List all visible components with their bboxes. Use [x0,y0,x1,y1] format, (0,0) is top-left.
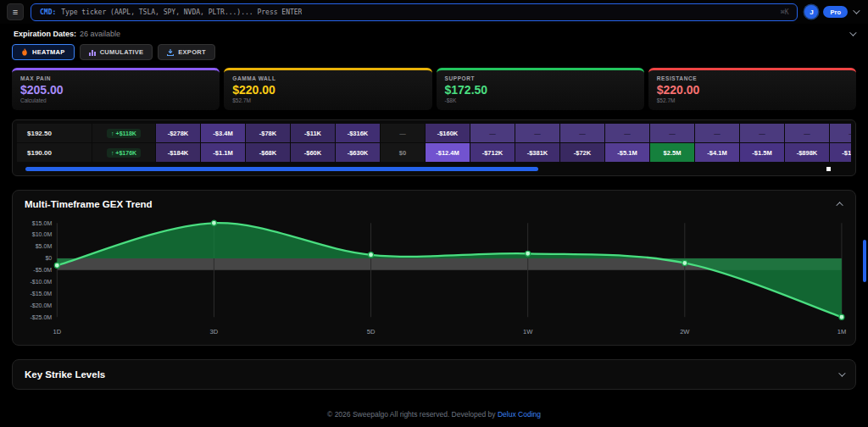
gex-cell[interactable]: — [470,124,515,142]
keyboard-shortcut-hint: ⌘K [781,8,789,16]
svg-text:-$20.0M: -$20.0M [30,302,52,309]
topbar: ≡ CMD: Type ticker (AAPL, TSLA, SPY, NVD… [0,0,868,24]
footer-copyright: © 2026 Sweepalgo All rights reserved. De… [327,410,498,419]
stat-card-max-pain: MAX PAIN$205.00Calculated [12,68,220,110]
tab-cumulative[interactable]: CUMULATIVE [80,44,153,60]
gex-cell[interactable]: -$630K [336,143,380,162]
svg-text:1W: 1W [523,328,533,336]
svg-text:$10.0M: $10.0M [32,231,53,238]
heatmap-row: $190.00↑ +$176K-$184K-$1.1M-$68K-$60K-$6… [17,143,851,162]
stat-value: $205.00 [20,83,211,97]
gex-trend-header[interactable]: Multi-Timeframe GEX Trend [13,191,855,214]
svg-text:2W: 2W [680,328,690,336]
command-prefix: CMD: [40,8,56,16]
avatar[interactable]: J [804,5,818,19]
strike-price: $190.00 [17,143,92,162]
gex-cell[interactable]: -$898K [785,143,829,162]
gex-cell[interactable]: -$3.4M [201,124,245,142]
svg-text:-$10.0M: -$10.0M [30,279,52,286]
gex-cell[interactable]: -$1.1M [201,143,245,162]
user-menu[interactable]: J Pro [804,5,861,19]
menu-button[interactable]: ≡ [7,3,24,20]
gex-cell[interactable]: -$60K [291,143,335,162]
gex-cell[interactable]: — [785,124,829,142]
footer-link[interactable]: Delux Coding [498,410,541,419]
gex-cell[interactable]: — [830,124,851,142]
chevron-down-icon[interactable] [849,29,856,36]
expiration-dates-text: Expiration Dates:26 available [14,30,120,38]
chevron-down-icon[interactable] [838,369,845,376]
expiration-label: Expiration Dates: [14,30,76,38]
expiration-count: 26 available [80,30,120,38]
stat-cards: MAX PAIN$205.00CalculatedGAMMA WALL$220.… [0,68,868,110]
gex-cell[interactable]: -$712K [470,143,515,162]
stat-value: $172.50 [445,83,636,97]
gex-heatmap: $192.50↑ +$118K-$278K-$3.4M-$78K-$11K-$3… [12,119,856,176]
tab-label: CUMULATIVE [100,48,144,56]
gex-cell[interactable]: -$72K [560,143,604,162]
gex-cell[interactable]: — [515,124,559,142]
gex-cell[interactable]: -$12.4M [426,143,470,162]
gex-trend-title: Multi-Timeframe GEX Trend [25,199,153,209]
gex-cell[interactable]: -$5.1M [605,143,649,162]
gex-cell[interactable]: -$184K [156,143,200,162]
svg-text:$0: $0 [45,255,52,262]
stat-card-support: SUPPORT$172.50-$8K [437,68,644,110]
gex-cell[interactable]: -$381K [515,143,559,162]
view-tabs: HEATMAPCUMULATIVEEXPORT [0,41,868,68]
gex-trend-svg[interactable]: $15.0M$10.0M$5.0M$0-$5.0M-$10.0M-$15.0M-… [18,214,850,341]
svg-text:-$25.0M: -$25.0M [30,314,52,321]
flame-icon [21,48,28,56]
bar-chart-icon [89,49,96,56]
heatmap-hscroll-track[interactable] [17,165,851,173]
heatmap-hscrollbar[interactable] [25,167,538,171]
gex-cell[interactable]: — [605,124,649,142]
net-gex-badge: ↑ +$176K [107,148,141,158]
gex-cell[interactable]: -$1.5M [740,143,784,162]
gex-cell[interactable]: — [740,124,784,142]
key-strike-levels-header[interactable]: Key Strike Levels [13,360,855,389]
heatmap-rows: $192.50↑ +$118K-$278K-$3.4M-$78K-$11K-$3… [17,124,851,163]
svg-text:5D: 5D [367,328,376,336]
chevron-up-icon[interactable] [836,202,843,208]
svg-text:$5.0M: $5.0M [36,243,53,250]
scroll-corner [826,167,831,171]
tab-label: EXPORT [178,48,206,56]
tab-label: HEATMAP [32,48,65,56]
gex-cell[interactable]: -$11K [291,124,335,142]
gex-cell[interactable]: — [695,124,739,142]
expiration-dates-row[interactable]: Expiration Dates:26 available [0,24,868,41]
svg-text:1M: 1M [837,328,846,336]
gex-cell[interactable]: -$4.1M [695,143,739,162]
gex-trend-panel: Multi-Timeframe GEX Trend $15.0M$10.0M$5… [12,190,856,346]
gex-cell[interactable]: — [650,124,694,142]
stat-sub: Calculated [20,97,211,103]
plan-badge: Pro [823,6,848,18]
tab-export[interactable]: EXPORT [158,44,215,60]
gex-cell[interactable]: -$1.8M [830,143,851,162]
tab-heatmap[interactable]: HEATMAP [12,44,75,60]
gex-cell[interactable]: $0 [381,143,425,162]
arrow-up-icon: ↑ [111,150,115,156]
gex-cell[interactable]: -$278K [156,124,200,142]
gex-trend-chart[interactable]: $15.0M$10.0M$5.0M$0-$5.0M-$10.0M-$15.0M-… [13,214,855,345]
stat-card-gamma-wall: GAMMA WALL$220.00$52.7M [224,68,431,110]
stat-label: SUPPORT [445,75,636,81]
command-input[interactable]: CMD: Type ticker (AAPL, TSLA, SPY, NVDA,… [31,3,798,21]
heatmap-row: $192.50↑ +$118K-$278K-$3.4M-$78K-$11K-$3… [17,124,851,142]
key-strike-levels-title: Key Strike Levels [25,369,105,380]
page-vscrollbar[interactable] [863,240,866,282]
arrow-up-icon: ↑ [111,130,115,136]
gex-cell[interactable]: -$316K [336,124,380,142]
gex-cell[interactable]: — [560,124,604,142]
gex-cell[interactable]: -$68K [246,143,290,162]
command-placeholder: Type ticker (AAPL, TSLA, SPY, NVDA, PLTR… [61,8,302,16]
gex-cell[interactable]: — [381,124,425,142]
gex-cell[interactable]: -$160K [426,124,470,142]
svg-text:-$15.0M: -$15.0M [30,291,52,297]
gex-cell[interactable]: -$78K [246,124,290,142]
gex-cell[interactable]: $2.5M [650,143,694,162]
stat-label: GAMMA WALL [232,75,423,81]
net-gex-cell: ↑ +$176K [92,143,155,162]
chevron-down-icon[interactable] [853,7,860,14]
